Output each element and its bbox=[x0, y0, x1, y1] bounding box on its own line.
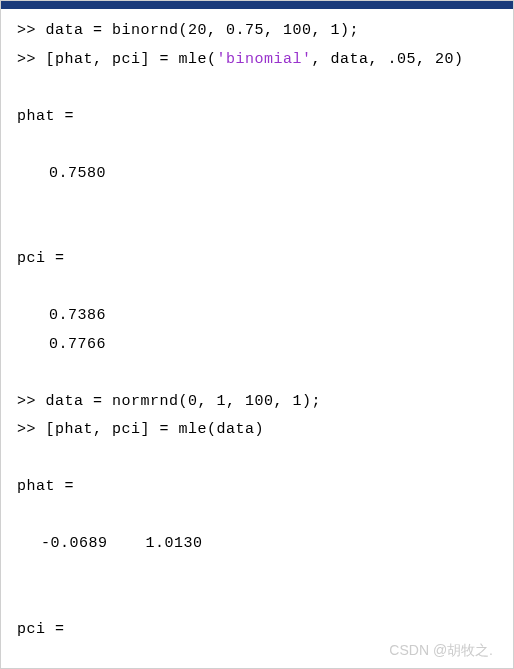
code-output-area: >> data = binornd(20, 0.75, 100, 1); >> … bbox=[1, 9, 513, 669]
blank-line bbox=[17, 445, 509, 474]
blank-line bbox=[17, 502, 509, 531]
blank-line bbox=[17, 359, 509, 388]
blank-line bbox=[17, 188, 509, 217]
command-line: >> data = binornd(20, 0.75, 100, 1); bbox=[17, 17, 509, 46]
window-title-bar bbox=[1, 1, 513, 9]
blank-line bbox=[17, 274, 509, 303]
watermark-text: CSDN @胡牧之. bbox=[389, 642, 493, 660]
command-line: >> data = normrnd(0, 1, 100, 1); bbox=[17, 388, 509, 417]
string-literal: 'binomial' bbox=[217, 51, 312, 68]
blank-line bbox=[17, 587, 509, 616]
output-value: 0.7386 bbox=[17, 302, 509, 331]
output-value: -0.0689 1.0130 bbox=[17, 530, 509, 559]
output-value: 0.7580 bbox=[17, 160, 509, 189]
prompt: >> bbox=[17, 393, 46, 410]
code-text: data = normrnd(0, 1, 100, 1); bbox=[46, 393, 322, 410]
code-text: data = binornd(20, 0.75, 100, 1); bbox=[46, 22, 360, 39]
code-text: [phat, pci] = mle( bbox=[46, 51, 217, 68]
prompt: >> bbox=[17, 22, 46, 39]
blank-line bbox=[17, 131, 509, 160]
blank-line bbox=[17, 74, 509, 103]
output-label: phat = bbox=[17, 473, 509, 502]
output-label: phat = bbox=[17, 103, 509, 132]
command-line: >> [phat, pci] = mle('binomial', data, .… bbox=[17, 46, 509, 75]
prompt: >> bbox=[17, 51, 46, 68]
code-text: [phat, pci] = mle(data) bbox=[46, 421, 265, 438]
output-label: pci = bbox=[17, 245, 509, 274]
code-text: , data, .05, 20) bbox=[312, 51, 464, 68]
command-line: >> [phat, pci] = mle(data) bbox=[17, 416, 509, 445]
prompt: >> bbox=[17, 421, 46, 438]
blank-line bbox=[17, 559, 509, 588]
output-label: pci = bbox=[17, 616, 509, 645]
output-value: 0.7766 bbox=[17, 331, 509, 360]
blank-line bbox=[17, 217, 509, 246]
